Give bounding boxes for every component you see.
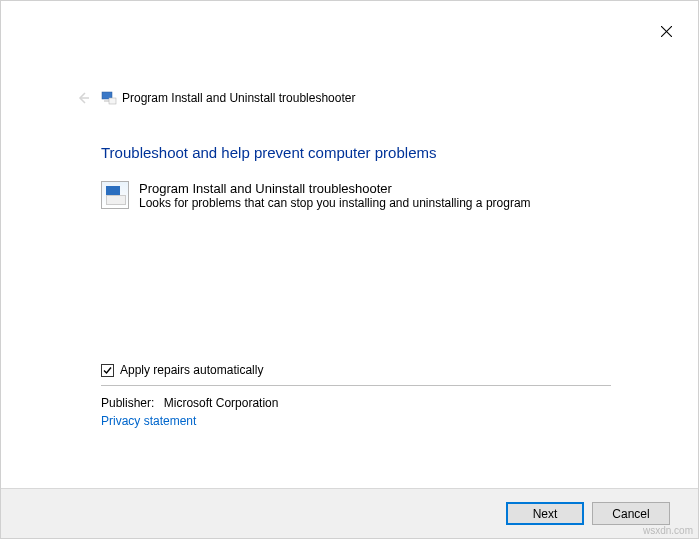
- header-title: Program Install and Uninstall troublesho…: [122, 91, 355, 105]
- svg-rect-5: [109, 98, 116, 104]
- page-title: Troubleshoot and help prevent computer p…: [101, 144, 436, 161]
- troubleshooter-item-icon: [101, 181, 129, 209]
- back-button: [76, 91, 92, 107]
- troubleshooter-item-title: Program Install and Uninstall troublesho…: [139, 181, 531, 196]
- next-button[interactable]: Next: [506, 502, 584, 525]
- watermark: wsxdn.com: [643, 525, 693, 536]
- titlebar: [1, 1, 698, 56]
- back-arrow-icon: [76, 91, 90, 105]
- troubleshooter-item-text: Program Install and Uninstall troublesho…: [139, 181, 531, 210]
- apply-repairs-row: Apply repairs automatically: [101, 363, 263, 377]
- cancel-button[interactable]: Cancel: [592, 502, 670, 525]
- publisher-row: Publisher: Microsoft Corporation: [101, 396, 278, 410]
- troubleshooter-window: Program Install and Uninstall troublesho…: [0, 0, 699, 539]
- checkmark-icon: [102, 365, 113, 376]
- publisher-label: Publisher:: [101, 396, 154, 410]
- troubleshooter-item-description: Looks for problems that can stop you ins…: [139, 196, 531, 210]
- footer: Next Cancel: [1, 488, 698, 538]
- troubleshooter-item: Program Install and Uninstall troublesho…: [101, 181, 531, 210]
- apply-repairs-label: Apply repairs automatically: [120, 363, 263, 377]
- publisher-value: Microsoft Corporation: [164, 396, 279, 410]
- divider: [101, 385, 611, 386]
- close-button[interactable]: [656, 21, 676, 41]
- privacy-statement-link[interactable]: Privacy statement: [101, 414, 196, 428]
- apply-repairs-checkbox[interactable]: [101, 364, 114, 377]
- close-icon: [661, 26, 672, 37]
- troubleshooter-header-icon: [101, 90, 117, 106]
